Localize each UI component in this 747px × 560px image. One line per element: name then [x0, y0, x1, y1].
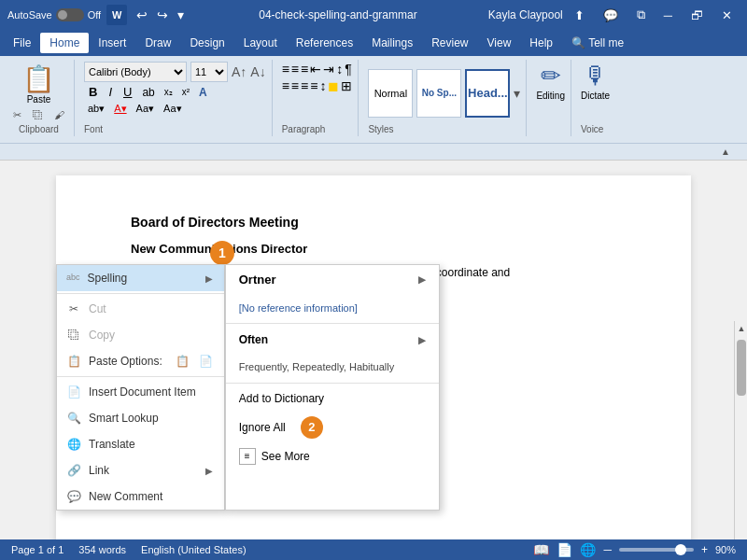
- menu-design[interactable]: Design: [180, 33, 233, 53]
- font-color-button[interactable]: A▾: [110, 102, 130, 116]
- ctx-copy-label: Copy: [89, 327, 115, 343]
- menu-help[interactable]: Help: [520, 33, 562, 53]
- font-row1: Calibri (Body) 11 A↑ A↓: [84, 62, 266, 82]
- document-page[interactable]: 1 Board of Directors Meeting New Communi…: [56, 175, 691, 553]
- font-name-select[interactable]: Calibri (Body): [84, 62, 187, 82]
- align-center-button[interactable]: ≡: [291, 78, 299, 93]
- menu-file[interactable]: File: [4, 33, 40, 53]
- change-case-button[interactable]: Aa▾: [160, 102, 185, 116]
- styles-more-button[interactable]: ▾: [514, 86, 520, 101]
- spell-word-item[interactable]: Ortner ▶: [226, 265, 439, 295]
- zoom-out-button[interactable]: ─: [603, 543, 612, 556]
- comments-button[interactable]: 💬: [596, 7, 626, 24]
- ctx-cut-item[interactable]: ✂ Cut: [57, 296, 224, 322]
- autosave-toggle[interactable]: [56, 8, 84, 21]
- font-size-select[interactable]: 11: [190, 62, 228, 82]
- ctx-insert-doc-item[interactable]: 📄 Insert Document Item: [57, 379, 224, 405]
- show-marks-button[interactable]: ¶: [345, 62, 352, 77]
- undo-button[interactable]: ↩: [133, 6, 151, 24]
- minimize-button[interactable]: ─: [656, 7, 680, 24]
- increase-font-button[interactable]: A↑: [232, 64, 247, 79]
- sort-button[interactable]: ↕: [336, 62, 343, 77]
- restore-button[interactable]: 🗗: [684, 7, 711, 24]
- menu-home[interactable]: Home: [40, 33, 89, 53]
- justify-button[interactable]: ≡: [310, 78, 317, 93]
- ctx-translate-item[interactable]: 🌐 Translate: [57, 431, 224, 457]
- spell-ignore-item[interactable]: Ignore All 2: [226, 412, 439, 443]
- subscript-button[interactable]: x₂: [161, 86, 176, 98]
- scroll-up-button[interactable]: ▲: [735, 321, 747, 336]
- menu-draw[interactable]: Draw: [135, 33, 180, 53]
- zoom-level[interactable]: 90%: [715, 544, 736, 555]
- ctx-smart-lookup-item[interactable]: 🔍 Smart Lookup: [57, 405, 224, 431]
- web-layout-button[interactable]: 🌐: [580, 542, 596, 557]
- ctx-link-item[interactable]: 🔗 Link ▶: [57, 457, 224, 483]
- paste-button[interactable]: 📋 Paste: [21, 62, 57, 106]
- editing-button[interactable]: ✏ Editing: [536, 62, 565, 101]
- borders-button[interactable]: ⊞: [341, 78, 352, 93]
- menu-review[interactable]: Review: [422, 33, 477, 53]
- format-painter-button[interactable]: 🖌: [50, 107, 68, 123]
- menu-view[interactable]: View: [478, 33, 521, 53]
- status-right: 📖 📄 🌐 ─ + 90%: [533, 542, 736, 557]
- collapse-ribbon-button[interactable]: ▲: [721, 147, 730, 157]
- clear-format-button[interactable]: Aa▾: [133, 102, 158, 116]
- menu-mailings[interactable]: Mailings: [362, 33, 422, 53]
- highlight-button[interactable]: ab▾: [84, 102, 108, 116]
- ctx-copy-item[interactable]: ⿻ Copy: [57, 322, 224, 348]
- spell-often-item[interactable]: Often ▶: [226, 326, 439, 354]
- ctx-new-comment-item[interactable]: 💬 New Comment: [57, 483, 224, 510]
- decrease-font-button[interactable]: A↓: [250, 64, 265, 79]
- multilevel-button[interactable]: ≡: [301, 62, 308, 77]
- cut-button[interactable]: ✂: [9, 107, 25, 123]
- page-info[interactable]: Page 1 of 1: [11, 544, 63, 555]
- spell-separator1: [226, 323, 439, 324]
- increase-indent-button[interactable]: ⇥: [323, 62, 334, 77]
- superscript-button[interactable]: x²: [178, 86, 193, 98]
- title-bar-left: AutoSave Off W ↩ ↪ ▾: [7, 5, 188, 25]
- redo-button[interactable]: ↪: [153, 6, 172, 24]
- shading-button[interactable]: ◼: [328, 78, 339, 93]
- decrease-indent-button[interactable]: ⇤: [310, 62, 321, 77]
- ctx-spelling-item[interactable]: abc Spelling ▶: [57, 265, 224, 291]
- text-effects-button[interactable]: A: [195, 85, 211, 100]
- customize-btn[interactable]: ▾: [174, 6, 188, 24]
- menu-insert[interactable]: Insert: [89, 33, 135, 53]
- menu-references[interactable]: References: [287, 33, 362, 53]
- align-left-button[interactable]: ≡: [282, 78, 289, 93]
- language[interactable]: English (United States): [141, 544, 247, 555]
- numbering-button[interactable]: ≡: [291, 62, 299, 77]
- menu-tell-me[interactable]: 🔍 Tell me: [562, 33, 633, 53]
- copy-button[interactable]: ⿻: [29, 107, 47, 123]
- underline-button[interactable]: U: [119, 84, 136, 100]
- menu-layout[interactable]: Layout: [234, 33, 287, 53]
- ribbon-display-button[interactable]: ⧉: [629, 6, 653, 24]
- heading2-style[interactable]: Head...: [465, 69, 510, 118]
- share-button[interactable]: ⬆: [567, 7, 592, 24]
- zoom-slider[interactable]: [619, 548, 694, 552]
- line-spacing-button[interactable]: ↕: [319, 78, 326, 93]
- vertical-scrollbar[interactable]: ▲ ▼: [734, 321, 747, 553]
- font-group: Calibri (Body) 11 A↑ A↓ B I U ab x₂ x² A…: [78, 60, 273, 136]
- styles-row: Normal No Sp... Head... ▾: [368, 62, 520, 124]
- scroll-thumb[interactable]: [737, 340, 746, 396]
- read-mode-button[interactable]: 📖: [533, 542, 549, 557]
- heading1-style[interactable]: No Sp...: [416, 69, 461, 118]
- close-button[interactable]: ✕: [714, 7, 740, 24]
- ctx-paste-options-item[interactable]: 📋 Paste Options: 📋 📄: [57, 348, 224, 374]
- italic-button[interactable]: I: [104, 84, 117, 100]
- spell-add-item[interactable]: Add to Dictionary: [226, 385, 439, 412]
- spell-see-more-item[interactable]: ≡ See More: [226, 443, 439, 469]
- strikethrough-button[interactable]: ab: [138, 85, 158, 100]
- normal-style[interactable]: Normal: [368, 69, 413, 118]
- dictate-button[interactable]: 🎙 Dictate: [581, 62, 610, 101]
- spell-no-info: [No reference information]: [239, 301, 358, 316]
- zoom-in-button[interactable]: +: [701, 543, 708, 556]
- align-right-button[interactable]: ≡: [301, 78, 308, 93]
- ctx-paste-label: Paste Options:: [89, 353, 162, 370]
- context-menu-container: abc Spelling ▶ ✂ Cut ⿻ Copy 📋 Paste Opti…: [56, 264, 440, 511]
- word-count[interactable]: 354 words: [78, 544, 126, 555]
- print-layout-button[interactable]: 📄: [557, 542, 572, 557]
- bullets-button[interactable]: ≡: [282, 62, 289, 77]
- bold-button[interactable]: B: [84, 84, 102, 100]
